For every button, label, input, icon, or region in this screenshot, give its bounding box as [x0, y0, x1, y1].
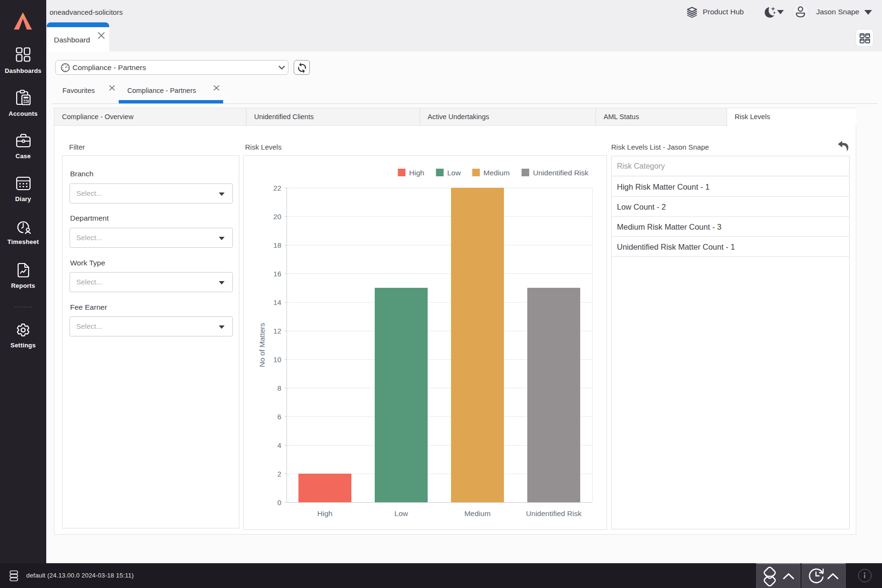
- svg-text:6: 6: [277, 413, 281, 421]
- svg-text:12: 12: [273, 327, 281, 335]
- svg-text:Medium: Medium: [464, 509, 491, 517]
- svg-text:4: 4: [277, 441, 281, 449]
- svg-text:Medium: Medium: [483, 169, 510, 177]
- svg-text:16: 16: [273, 270, 281, 278]
- svg-text:22: 22: [273, 184, 281, 192]
- svg-text:No of Matters: No of Matters: [258, 323, 266, 367]
- svg-text:High: High: [318, 509, 333, 517]
- svg-text:Unidentified Risk: Unidentified Risk: [526, 509, 582, 517]
- svg-text:Low: Low: [447, 169, 461, 177]
- svg-text:Unidentified Risk: Unidentified Risk: [533, 169, 589, 177]
- svg-text:High: High: [409, 169, 424, 177]
- svg-text:14: 14: [273, 298, 281, 306]
- svg-text:Low: Low: [394, 509, 408, 517]
- svg-text:18: 18: [273, 241, 281, 249]
- svg-text:8: 8: [277, 384, 281, 392]
- svg-text:0: 0: [277, 498, 281, 507]
- svg-text:20: 20: [273, 213, 281, 221]
- svg-text:10: 10: [273, 355, 281, 364]
- svg-text:2: 2: [277, 470, 281, 478]
